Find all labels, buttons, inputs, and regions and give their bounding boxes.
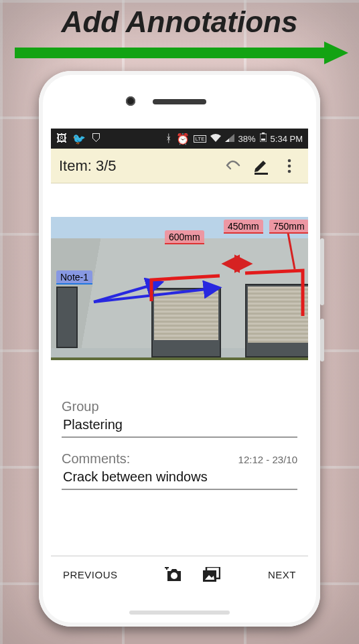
phone-frame: 🖼 🐦 ⛉ ᚼ ⏰ LTE 38% 5:34 PM	[39, 71, 320, 627]
svg-marker-2	[225, 134, 234, 142]
battery-text: 38%	[238, 134, 256, 144]
comments-label: Comments:	[62, 451, 130, 467]
overflow-menu-button[interactable]	[279, 155, 300, 177]
svg-point-15	[171, 572, 177, 579]
annotation-note-label[interactable]: Note-1	[56, 270, 92, 284]
group-input[interactable]: Plastering	[62, 414, 297, 438]
bottom-nav: PREVIOUS NEXT	[51, 556, 308, 593]
photo-canvas[interactable]: Note-1 600mm 450mm 750mm	[51, 183, 308, 376]
bluetooth-icon: ᚼ	[165, 133, 172, 145]
svg-line-12	[94, 288, 218, 302]
next-button[interactable]: NEXT	[268, 569, 296, 580]
app-bar: Item: 3/5	[51, 149, 308, 183]
svg-rect-6	[261, 139, 265, 141]
status-bar: 🖼 🐦 ⛉ ᚼ ⏰ LTE 38% 5:34 PM	[51, 129, 308, 149]
phone-side-button	[320, 319, 324, 361]
twitter-icon: 🐦	[72, 133, 86, 145]
screen: 🖼 🐦 ⛉ ᚼ ⏰ LTE 38% 5:34 PM	[51, 129, 308, 593]
group-label: Group	[62, 399, 99, 414]
annotation-measure-750[interactable]: 750mm	[269, 220, 308, 233]
form: Group Plastering Comments: 12:12 - 23/10…	[51, 376, 308, 490]
svg-marker-1	[324, 42, 348, 64]
svg-point-9	[288, 164, 291, 167]
svg-rect-5	[260, 134, 267, 142]
svg-point-10	[288, 169, 291, 173]
phone-home-bar	[129, 611, 230, 615]
previous-button[interactable]: PREVIOUS	[63, 569, 118, 580]
banner-arrow-icon	[15, 42, 348, 64]
clock-text: 5:34 PM	[271, 134, 303, 144]
shield-icon: ⛉	[91, 133, 102, 145]
annotation-measure-600[interactable]: 600mm	[165, 230, 204, 244]
alarm-icon: ⏰	[176, 133, 190, 145]
svg-point-8	[288, 159, 291, 162]
gallery-button[interactable]	[202, 566, 221, 584]
svg-line-14	[288, 233, 295, 269]
item-counter: Item: 3/5	[59, 157, 216, 175]
phone-side-button	[320, 238, 324, 305]
undo-button[interactable]	[222, 155, 244, 177]
svg-rect-7	[255, 173, 268, 175]
picture-icon: 🖼	[56, 133, 67, 145]
svg-rect-17	[166, 567, 167, 570]
wifi-icon	[210, 133, 221, 145]
phone-speaker	[153, 99, 206, 104]
timestamp: 12:12 - 23/10	[238, 454, 297, 465]
signal-icon	[225, 133, 234, 145]
lte-icon: LTE	[194, 135, 206, 143]
annotation-measure-450[interactable]: 450mm	[224, 220, 263, 233]
comments-input[interactable]: Crack between windows	[62, 467, 297, 490]
camera-button[interactable]	[165, 566, 184, 584]
edit-button[interactable]	[250, 155, 272, 177]
phone-camera	[126, 96, 135, 106]
banner-title: Add Annotations	[0, 5, 359, 39]
battery-icon	[260, 133, 267, 145]
